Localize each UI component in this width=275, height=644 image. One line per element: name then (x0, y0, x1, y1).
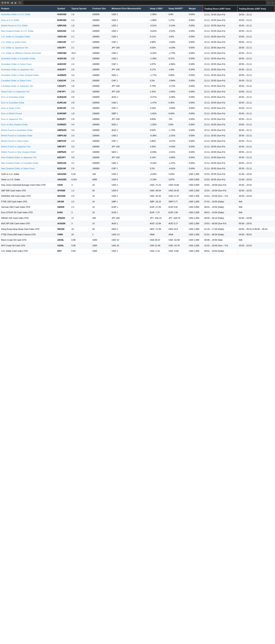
product-name-link[interactable]: Swiss Franc vs Japanese Yen (1, 90, 30, 93)
data-cell: 1.42% (148, 89, 167, 94)
product-name-cell: WTI Crude Oil Cash CFD (0, 243, 56, 248)
product-name-link[interactable]: Canadian Dollar vs Japanese Yen (1, 85, 33, 87)
data-cell: 1.2 (70, 18, 91, 23)
product-name-link[interactable]: Australian Dollar vs Japanese Yen (1, 68, 34, 71)
product-name-cell: Australian Dollar vs Swiss Franc (0, 62, 56, 67)
product-name-link[interactable]: British Pound vs Japanese Yen (1, 146, 30, 148)
data-cell: 3.1 (70, 160, 91, 166)
nav-forward-button[interactable]: ▶ (14, 1, 18, 4)
data-cell: 20:55 – 21:11 (238, 62, 275, 67)
nav-refresh-button[interactable]: ↻ (18, 1, 22, 4)
table-row: ASX SPI 200 Cash Index CFDAUS200310AUD 1… (0, 221, 275, 226)
product-name-cell: British Pound vs U.S. Dollar (0, 23, 56, 28)
data-cell: 1 (91, 232, 110, 237)
data-cell: 20:55 – 21:11 (238, 34, 275, 39)
header-product: Product (0, 6, 56, 12)
product-name-link[interactable]: U.S. Dollar vs Japanese Yen (1, 46, 28, 49)
data-cell: 100000 (91, 45, 110, 50)
data-cell: 100000 (91, 56, 110, 62)
browser-dot-3 (7, 2, 9, 4)
table-row: Euro vs New Zealand DollarEURNZD3.410000… (0, 122, 275, 128)
product-name-link[interactable]: British Pound vs Swiss Franc (1, 140, 29, 142)
menu-icon[interactable]: ⋮ (271, 1, 274, 4)
table-row: Australian Dollar vs New Zealand DollarA… (0, 72, 275, 78)
table-row: WTI Crude Oil Cash CFDUSOIL0.061000USD 1… (0, 243, 275, 248)
data-cell: 100000 (91, 160, 110, 166)
product-name-link[interactable]: Euro vs Swiss Franc (1, 107, 20, 109)
data-cell: 0.50% (188, 155, 203, 160)
product-name-link[interactable]: Euro vs Japanese Yen (1, 118, 22, 120)
product-name-link[interactable]: U.S. Dollar vs Swiss Franc (1, 41, 26, 43)
data-cell: -0.59% (148, 150, 167, 155)
product-name-link[interactable]: Euro vs New Zealand Dollar (1, 123, 28, 126)
symbol-cell: NZDCHF (56, 166, 70, 171)
product-name-link[interactable]: British Pound vs New Zealand Dollar (1, 151, 36, 153)
table-row: Australian Dollar vs Japanese YenAUDJPY2… (0, 67, 275, 72)
data-cell: -4.62% (167, 166, 188, 171)
header-swap-long: Swap LONG* (148, 6, 167, 12)
product-name-link[interactable]: Euro vs British Pound (1, 112, 22, 115)
data-cell: 10 (91, 194, 110, 199)
product-name-link[interactable]: British Pound vs Australian Dollar (1, 129, 33, 131)
browser-url-bar[interactable] (23, 1, 266, 5)
product-name-link[interactable]: New Zealand Dollar vs Swiss Franc (1, 167, 35, 170)
data-cell: 21:11- 20:55 (Sun-Fri) (203, 62, 238, 67)
data-cell: 20:55 – 21:11 (238, 94, 275, 100)
data-cell: 22:01 – 20:00 (Sun – Fri) (203, 194, 238, 199)
table-row: S&P 500 Cash Index CFDSPX5001.250USD 5US… (0, 188, 275, 193)
data-cell: -1.98% (148, 18, 167, 23)
header-typical-spread: Typical Spread (70, 6, 91, 12)
table-row: Australian Dollar vs U.S. DollarAUDUSD1.… (0, 12, 275, 18)
data-cell: 100000 (91, 89, 110, 94)
product-name-text: German DAX Cash Index CFD (1, 206, 30, 208)
symbol-cell: JPN225 (56, 215, 70, 221)
data-cell: CAD 1 (110, 133, 148, 138)
product-name-link[interactable]: New Zealand Dollar vs Canadian Dollar (1, 162, 38, 164)
data-cell: -1.77% (148, 72, 167, 78)
product-name-link[interactable]: Australian Dollar vs U.S. Dollar (1, 13, 30, 16)
product-name-link[interactable]: Australian Dollar vs New Zealand Dollar (1, 74, 39, 76)
data-cell: 00:01 – 20:00 (Daily) (203, 248, 238, 254)
product-name-text: Silver vs U.S. Dollar (1, 178, 20, 181)
symbol-cell: EURAUD (56, 94, 70, 100)
product-name-link[interactable]: New Zealand Dollar vs Japanese Yen (1, 156, 36, 158)
product-name-link[interactable]: Australian Dollar vs Canadian Dollar (1, 57, 36, 60)
nav-back-button[interactable]: ◀ (10, 1, 13, 4)
data-cell: 100000 (91, 12, 110, 18)
product-name-link[interactable]: Euro vs Australian Dollar (1, 96, 24, 98)
product-name-link[interactable]: British Pound vs Canadian Dollar (1, 134, 32, 137)
data-cell: 0.11% (148, 34, 167, 39)
product-name-link[interactable]: Euro vs U.S. Dollar (1, 19, 19, 21)
data-cell: 100000 (91, 28, 110, 34)
product-name-link[interactable]: New Zealand Dollar vs U.S. Dollar (1, 30, 34, 32)
table-row: Hong Kong Hang Seng Cash Index CFDHKG501… (0, 226, 275, 232)
data-cell: CAD 1 (110, 100, 148, 105)
product-name-link[interactable]: U.S. Dollar vs Offshore Chinese Renminbi (1, 52, 41, 54)
data-cell: CNH 1 (110, 50, 148, 56)
data-cell: 22:01- 20:55 (Sun-Fri) (203, 177, 238, 182)
data-cell: 20:55 – 21:11 (238, 56, 275, 62)
data-cell: 0.62% (148, 128, 167, 133)
product-name-link[interactable]: Canadian Dollar vs Swiss Franc (1, 80, 31, 82)
data-cell: 0.50% (188, 50, 203, 56)
header-contract-size: Contract Size (91, 6, 110, 12)
product-name-link[interactable]: U.S. Dollar vs Canadian Dollar (1, 36, 30, 38)
product-name-link[interactable]: Australian Dollar vs Swiss Franc (1, 63, 32, 65)
data-cell: 3.14% (148, 155, 167, 160)
symbol-cell: NZDCAD (56, 160, 70, 166)
data-cell: 21:00 – 22:01 (238, 177, 275, 182)
data-cell: USD 1,000 (188, 210, 203, 215)
product-name-link[interactable]: Euro vs Canadian Dollar (1, 102, 24, 104)
data-cell: -3.72% (167, 84, 188, 89)
data-cell: 10 (91, 199, 110, 204)
browser-navigation[interactable]: ◀ ▶ ↻ (10, 1, 22, 4)
bookmark-icon[interactable]: ☆ (268, 1, 270, 4)
symbol-cell: USDCAD (56, 34, 70, 39)
data-cell: 21:11- 20:55 (Sun-Fri) (203, 160, 238, 166)
table-row: British Pound vs Australian DollarGBPAUD… (0, 128, 275, 133)
data-cell: 20:55 – 21:11 (238, 150, 275, 155)
product-name-link[interactable]: British Pound vs U.S. Dollar (1, 24, 28, 27)
data-cell: 21:11- 20:55 (Sun-Fri) (203, 116, 238, 122)
data-cell: 0.25 (70, 171, 91, 177)
table-row: U.S. Dollar vs Swiss FrancUSDCHF1.710000… (0, 40, 275, 45)
